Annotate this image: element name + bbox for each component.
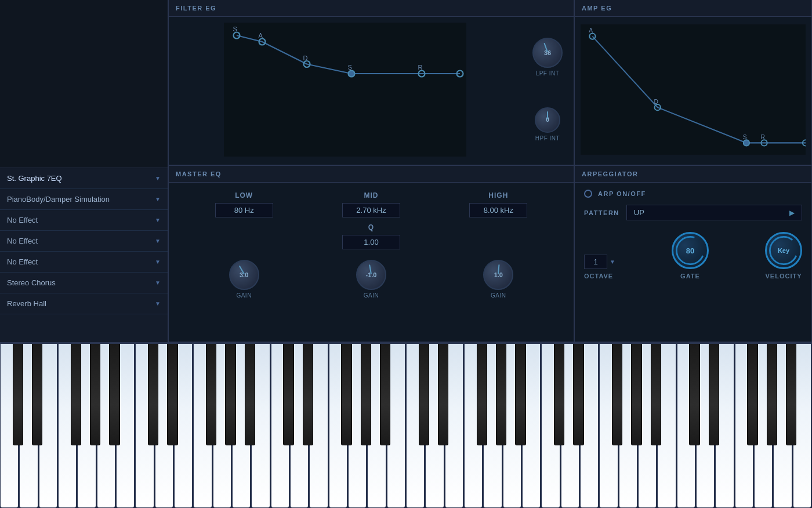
black-key-17[interactable] [341,344,351,445]
eq-mid-freq[interactable]: 2.70 kHz [342,203,400,217]
sidebar-item-label-7: Reverb Hall [7,299,46,308]
eq-high-gain-knob[interactable]: 1.0 [483,260,513,290]
svg-text:A: A [258,32,263,39]
eq-mid-gain-knob[interactable]: -1.0 [356,260,386,290]
black-key-3[interactable] [71,344,81,445]
master-eq-title: MASTER EQ [176,170,222,177]
black-key-5[interactable] [109,344,119,445]
black-key-24[interactable] [477,344,487,445]
arpeggiator-title: ARPEGGIATOR [582,170,638,177]
eq-columns: LOW 80 Hz MID 2.70 kHz Q 1.00 [180,191,562,249]
black-key-11[interactable] [225,344,235,445]
eq-low-gain-knob[interactable]: 3.0 [229,260,259,290]
eq-low-freq[interactable]: 80 Hz [215,203,273,217]
sidebar-item-st-graphic-7eq[interactable]: St. Graphic 7EQ ▼ [0,168,168,189]
hpf-int-label: HPF INT [535,135,560,141]
sidebar-item-no-effect-2[interactable]: No Effect ▼ [0,231,168,252]
black-key-10[interactable] [206,344,216,445]
lpf-int-label: LPF INT [536,70,560,77]
filter-eg-panel: FILTER EG [168,0,574,165]
black-key-32[interactable] [631,344,641,445]
black-key-19[interactable] [380,344,390,445]
eq-low-label: LOW [235,191,253,199]
velocity-knob[interactable]: Key [765,232,802,269]
sidebar-list: St. Graphic 7EQ ▼ PianoBody/Damper Simul… [0,168,168,314]
black-key-4[interactable] [90,344,100,445]
black-key-1[interactable] [32,344,42,445]
arp-pattern-value-box[interactable]: UP ▶ [626,205,802,220]
amp-eg-title: AMP EG [582,5,612,12]
sidebar-item-label-1: St. Graphic 7EQ [7,174,62,183]
lpf-int-knob[interactable]: 36 [532,38,563,68]
black-key-21[interactable] [419,344,429,445]
arp-pattern-next-icon[interactable]: ▶ [789,209,795,217]
arp-pattern-label: PATTERN [584,209,619,216]
amp-eg-header: AMP EG [575,0,811,17]
black-key-28[interactable] [554,344,564,445]
main-container: St. Graphic 7EQ ▼ PianoBody/Damper Simul… [0,0,812,508]
right-panels: FILTER EG [168,0,812,342]
chevron-down-icon-7: ▼ [155,300,161,307]
filter-eg-controls: 36 LPF INT 0 HPF INT [521,17,574,162]
master-eq-content: LOW 80 Hz MID 2.70 kHz Q 1.00 [169,183,574,307]
black-key-38[interactable] [747,344,757,445]
sidebar-item-no-effect-1[interactable]: No Effect ▼ [0,210,168,231]
sidebar-item-no-effect-3[interactable]: No Effect ▼ [0,252,168,273]
gate-label: GATE [680,273,700,280]
gate-knob[interactable]: 80 [672,232,709,269]
black-key-8[interactable] [167,344,177,445]
svg-point-4 [349,71,355,77]
black-key-0[interactable] [13,344,23,445]
sidebar-item-reverb-hall[interactable]: Reverb Hall ▼ [0,293,168,314]
svg-text:R: R [760,134,764,140]
black-key-31[interactable] [612,344,622,445]
black-key-14[interactable] [283,344,293,445]
black-key-7[interactable] [148,344,158,445]
amp-eg-content: A D S R [575,17,811,162]
arp-on-off-radio[interactable] [584,190,592,198]
sidebar-item-label-6: Stereo Chorus [7,278,56,287]
arpeggiator-header: ARPEGGIATOR [575,166,811,183]
eq-q-label: Q [368,223,374,231]
eq-high-column: HIGH 8.00 kHz [469,191,527,249]
filter-eg-svg: S A D S R [175,23,516,157]
hpf-int-knob[interactable]: 0 [535,107,560,133]
filter-eg-title: FILTER EG [176,5,216,12]
octave-dropdown-icon[interactable]: ▼ [610,259,615,265]
chevron-down-icon-4: ▼ [155,238,161,244]
eq-mid-column: MID 2.70 kHz Q 1.00 [342,191,400,249]
black-key-12[interactable] [245,344,255,445]
filter-eg-header: FILTER EG [169,0,574,17]
chevron-down-icon-5: ▼ [155,259,161,265]
black-key-25[interactable] [496,344,506,445]
sidebar-item-label-5: No Effect [7,257,38,266]
svg-text:S: S [743,134,747,140]
svg-text:S: S [233,26,237,32]
black-key-39[interactable] [767,344,777,445]
black-key-18[interactable] [361,344,371,445]
eq-high-freq[interactable]: 8.00 kHz [469,203,527,217]
svg-text:S: S [347,64,351,71]
svg-text:D: D [654,99,658,105]
chevron-down-icon-2: ▼ [155,196,161,202]
black-key-33[interactable] [651,344,661,445]
black-key-15[interactable] [303,344,313,445]
eq-mid-gain-knob-container: -1.0 GAIN [356,260,386,299]
sidebar-item-piano-body-damper[interactable]: PianoBody/Damper Simulation ▼ [0,189,168,210]
octave-value[interactable]: 1 [584,255,607,269]
bottom-panels: MASTER EQ LOW 80 Hz MID 2. [168,165,812,342]
black-key-22[interactable] [438,344,448,445]
sidebar-item-stereo-chorus[interactable]: Stereo Chorus ▼ [0,273,168,293]
arp-pattern-row: PATTERN UP ▶ [584,205,802,220]
octave-select: 1 ▼ [584,255,615,269]
hpf-int-indicator [547,111,548,119]
arp-on-off-label: ARP ON/OFF [598,190,646,197]
black-key-40[interactable] [786,344,796,445]
arpeggiator-panel: ARPEGGIATOR ARP ON/OFF PATTERN UP [574,166,812,342]
eq-q-value[interactable]: 1.00 [342,235,400,249]
black-key-29[interactable] [573,344,583,445]
black-key-35[interactable] [689,344,699,445]
arp-bottom-row: 1 ▼ OCTAVE 80 [584,232,802,280]
black-key-26[interactable] [515,344,525,445]
black-key-36[interactable] [709,344,719,445]
